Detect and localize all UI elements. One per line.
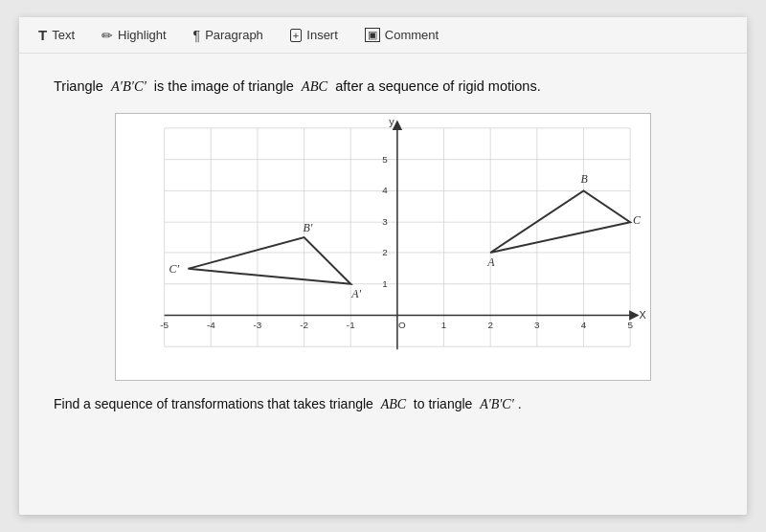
svg-text:-3: -3 <box>254 320 262 330</box>
text-icon: T <box>38 27 47 43</box>
orig-triangle-label: ABC <box>302 78 327 94</box>
toolbar-text[interactable]: T Text <box>38 27 75 43</box>
toolbar-highlight-label: Highlight <box>118 28 167 42</box>
comment-icon: ▣ <box>365 28 380 42</box>
toolbar-text-label: Text <box>52 28 75 42</box>
find-orig-label: ABC <box>381 397 406 411</box>
svg-marker-44 <box>188 237 350 284</box>
svg-text:y: y <box>389 116 394 127</box>
find-prime-label: A′B′C′ <box>480 397 514 411</box>
toolbar-insert[interactable]: + Insert <box>290 28 338 42</box>
problem-description: Triangle A′B′C′ is the image of triangle… <box>54 77 712 98</box>
svg-text:5: 5 <box>382 153 388 164</box>
toolbar-comment-label: Comment <box>385 28 439 42</box>
svg-text:B′: B′ <box>304 221 313 234</box>
paragraph-icon: ¶ <box>193 28 201 43</box>
coordinate-graph: -5 -4 -3 -2 -1 O 1 2 3 4 5 X 1 2 3 4 <box>115 113 651 381</box>
toolbar-insert-label: Insert <box>306 28 338 42</box>
svg-marker-40 <box>490 190 630 253</box>
svg-text:O: O <box>398 320 406 330</box>
svg-text:3: 3 <box>382 216 388 227</box>
svg-text:3: 3 <box>534 320 540 330</box>
svg-text:4: 4 <box>382 185 388 195</box>
svg-text:A: A <box>486 255 495 269</box>
highlight-icon: ✏ <box>101 28 113 43</box>
toolbar: T Text ✏ Highlight ¶ Paragraph + Insert … <box>19 17 747 54</box>
svg-text:2: 2 <box>487 320 493 330</box>
toolbar-paragraph-label: Paragraph <box>205 28 263 42</box>
find-text: Find a sequence of transformations that … <box>54 394 712 414</box>
svg-text:-4: -4 <box>207 320 215 330</box>
prime-triangle-label: A′B′C′ <box>111 78 146 94</box>
page: T Text ✏ Highlight ¶ Paragraph + Insert … <box>19 17 747 515</box>
toolbar-comment[interactable]: ▣ Comment <box>365 28 439 42</box>
svg-text:C′: C′ <box>169 262 180 276</box>
graph-wrap: -5 -4 -3 -2 -1 O 1 2 3 4 5 X 1 2 3 4 <box>115 113 651 381</box>
svg-text:-2: -2 <box>300 320 308 330</box>
toolbar-paragraph[interactable]: ¶ Paragraph <box>193 28 263 43</box>
svg-text:C: C <box>633 213 642 227</box>
svg-text:A′: A′ <box>350 286 361 299</box>
svg-text:4: 4 <box>581 320 587 330</box>
svg-text:B: B <box>581 172 589 186</box>
svg-text:1: 1 <box>441 320 447 330</box>
svg-text:5: 5 <box>627 320 633 330</box>
insert-icon: + <box>290 29 302 42</box>
toolbar-highlight[interactable]: ✏ Highlight <box>101 28 167 43</box>
svg-text:1: 1 <box>382 277 388 288</box>
svg-text:-1: -1 <box>347 320 355 330</box>
svg-text:-5: -5 <box>160 320 169 330</box>
graph-container: -5 -4 -3 -2 -1 O 1 2 3 4 5 X 1 2 3 4 <box>54 113 712 381</box>
svg-text:2: 2 <box>382 247 388 257</box>
svg-text:X: X <box>639 309 646 321</box>
content-area: Triangle A′B′C′ is the image of triangle… <box>19 54 747 515</box>
